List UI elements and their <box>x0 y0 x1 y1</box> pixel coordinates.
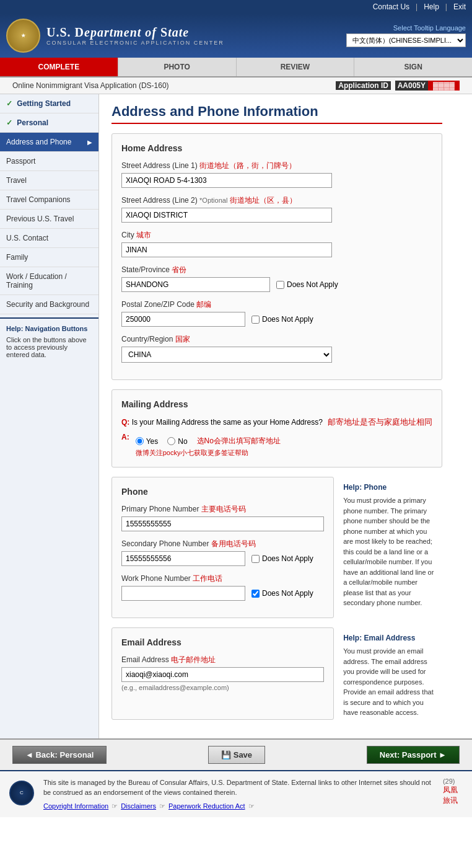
sidebar-item-previous-us-travel[interactable]: Previous U.S. Travel <box>0 210 98 229</box>
tab-review[interactable]: REVIEW <box>237 58 355 76</box>
primary-phone-group: Primary Phone Number 主要电话号码 <box>121 504 324 531</box>
state-dna-checkbox[interactable] <box>276 281 284 289</box>
mailing-no-radio[interactable] <box>167 437 175 445</box>
street2-label: Street Address (Line 2) *Optional 街道地址（区… <box>121 195 432 206</box>
phone-help-text: You must provide a primary phone number.… <box>343 495 436 608</box>
work-phone-group: Work Phone Number 工作电话 Does Not Apply <box>121 574 324 601</box>
work-phone-input[interactable] <box>121 586 245 601</box>
help-link[interactable]: Help <box>424 2 439 11</box>
secondary-phone-dna[interactable]: Does Not Apply <box>251 554 313 563</box>
sidebar-help-text: Click on the buttons above to access pre… <box>6 336 92 358</box>
sidebar-item-travel[interactable]: Travel <box>0 171 98 190</box>
phone-section: Phone Primary Phone Number 主要电话号码 Second… <box>111 477 334 618</box>
app-id-value: AA005Y <box>395 81 428 91</box>
work-dna-checkbox[interactable] <box>251 590 260 598</box>
phone-help-title: Help: Phone <box>343 483 436 492</box>
country-select[interactable]: CHINA UNITED STATES OTHER <box>121 347 332 363</box>
site-header: ★ U.S. Department of State CONSULAR ELEC… <box>0 14 472 58</box>
state-input[interactable] <box>121 277 270 292</box>
nav-tabs: COMPLETE PHOTO REVIEW SIGN <box>0 58 472 78</box>
street2-group: Street Address (Line 2) *Optional 街道地址（区… <box>121 195 432 223</box>
save-button[interactable]: 💾 Save <box>208 746 265 764</box>
sidebar-item-travel-companions[interactable]: Travel Companions <box>0 190 98 210</box>
mailing-note: 微博关注pocky小七获取更多签证帮助 <box>136 448 281 458</box>
copyright-link[interactable]: Copyright Information <box>43 801 108 812</box>
secondary-dna-checkbox[interactable] <box>251 555 260 563</box>
street1-label: Street Address (Line 1) 街道地址（路，街，门牌号） <box>121 161 432 171</box>
postal-group: Postal Zone/ZIP Code 邮编 Does Not Apply <box>121 299 432 327</box>
paperwork-link[interactable]: Paperwork Reduction Act <box>168 801 245 812</box>
disclaimers-link[interactable]: Disclaimers <box>121 801 156 812</box>
postal-input[interactable] <box>121 312 245 327</box>
email-help: Help: Email Address You must provide an … <box>337 627 442 729</box>
primary-phone-input[interactable] <box>121 516 324 531</box>
dept-name: U.S. Department of State <box>46 25 224 40</box>
app-id-label: Application ID <box>336 81 391 90</box>
email-placeholder-hint: (e.g., emailaddress@example.com) <box>121 684 324 691</box>
contact-us-link[interactable]: Contact Us <box>373 2 409 11</box>
footer-page-num: (29) <box>443 777 463 785</box>
email-title: Email Address <box>121 637 324 647</box>
city-input[interactable] <box>121 242 332 257</box>
mailing-yes-radio[interactable] <box>136 437 144 445</box>
exit-link[interactable]: Exit <box>453 2 466 11</box>
home-address-section: Home Address Street Address (Line 1) 街道地… <box>111 133 442 380</box>
secondary-phone-label: Secondary Phone Number 备用电话号码 <box>121 539 324 549</box>
postal-label: Postal Zone/ZIP Code 邮编 <box>121 299 432 310</box>
next-button[interactable]: Next: Passport ► <box>367 746 460 764</box>
mailing-address-title: Mailing Address <box>121 399 432 409</box>
tab-sign[interactable]: SIGN <box>354 58 472 76</box>
mailing-q-row: Q: Is your Mailing Address the same as y… <box>121 417 432 428</box>
app-title: Online Nonimmigrant Visa Application (DS… <box>12 81 169 90</box>
country-label: Country/Region 国家 <box>121 334 432 345</box>
secondary-phone-input[interactable] <box>121 551 245 566</box>
dept-sub: CONSULAR ELECTRONIC APPLICATION CENTER <box>46 40 224 46</box>
tab-complete[interactable]: COMPLETE <box>0 58 118 76</box>
secondary-phone-group: Secondary Phone Number 备用电话号码 Does Not A… <box>121 539 324 566</box>
footer-text: This site is managed by the Bureau of Co… <box>43 779 431 797</box>
phone-title: Phone <box>121 487 324 497</box>
sidebar-item-family[interactable]: Family <box>0 248 98 267</box>
state-group: State/Province 省份 Does Not Apply <box>121 265 432 292</box>
sidebar: ✓ Getting Started ✓ Personal Address and… <box>0 94 99 738</box>
postal-dna-label[interactable]: Does Not Apply <box>251 315 313 324</box>
email-help-text: You must provide an email address. The e… <box>343 646 436 718</box>
language-select[interactable]: 中文(简体）(CHINESE-SIMPLI... <box>346 33 466 47</box>
email-group: Email Address 电子邮件地址 (e.g., emailaddress… <box>121 655 324 691</box>
footer-seal-icon: C <box>9 781 34 805</box>
sidebar-item-getting-started[interactable]: ✓ Getting Started <box>0 94 98 113</box>
main-layout: ✓ Getting Started ✓ Personal Address and… <box>0 94 472 738</box>
top-bar: Contact Us | Help | Exit <box>0 0 472 14</box>
arrow-icon: ▶ <box>87 139 92 146</box>
state-label: State/Province 省份 <box>121 265 432 275</box>
tab-photo[interactable]: PHOTO <box>118 58 237 76</box>
email-help-title: Help: Email Address <box>343 634 436 642</box>
app-id-bar: Online Nonimmigrant Visa Application (DS… <box>0 78 472 94</box>
mailing-yes-label[interactable]: Yes <box>136 437 159 446</box>
check-icon: ✓ <box>6 99 12 108</box>
page-title: Address and Phone Information <box>111 104 442 124</box>
state-dna-label[interactable]: Does Not Apply <box>276 280 338 289</box>
work-phone-dna[interactable]: Does Not Apply <box>251 589 313 598</box>
sidebar-item-address-phone[interactable]: Address and Phone ▶ <box>0 133 98 152</box>
street2-input[interactable] <box>121 208 332 223</box>
content-with-help: Address and Phone Information Home Addre… <box>99 94 455 738</box>
sidebar-item-us-contact[interactable]: U.S. Contact <box>0 229 98 248</box>
postal-dna-checkbox[interactable] <box>251 316 260 324</box>
mailing-no-label[interactable]: No <box>167 437 187 446</box>
mailing-address-section: Mailing Address Q: Is your Mailing Addre… <box>111 389 442 467</box>
email-input[interactable] <box>121 667 324 682</box>
sidebar-item-personal[interactable]: ✓ Personal <box>0 113 98 133</box>
sidebar-help: Help: Navigation Buttons Click on the bu… <box>0 317 98 365</box>
sidebar-item-work-education[interactable]: Work / Education / Training <box>0 267 98 295</box>
sidebar-item-security[interactable]: Security and Background <box>0 295 98 314</box>
home-address-title: Home Address <box>121 143 432 153</box>
street1-input[interactable] <box>121 173 332 188</box>
city-group: City 城市 <box>121 230 432 257</box>
app-id: Application ID AA005Y▓▓▓▓ <box>336 81 460 90</box>
back-button[interactable]: ◄ Back: Personal <box>12 746 107 764</box>
footer-brand: 凤凰旅讯 <box>443 785 463 806</box>
sidebar-item-passport[interactable]: Passport <box>0 152 98 171</box>
check-icon-personal: ✓ <box>6 118 12 127</box>
country-group: Country/Region 国家 CHINA UNITED STATES OT… <box>121 334 432 363</box>
